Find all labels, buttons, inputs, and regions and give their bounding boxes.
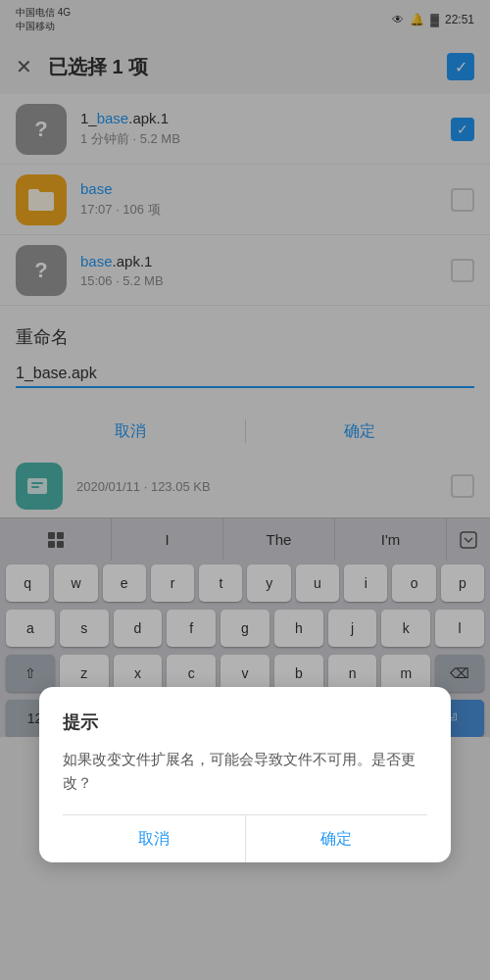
- dialog-confirm-button[interactable]: 确定: [246, 815, 428, 862]
- dialog-cancel-button[interactable]: 取消: [63, 815, 245, 862]
- dialog: 提示 如果改变文件扩展名，可能会导致文件不可用。是否更改？ 取消 确定: [39, 687, 451, 862]
- dialog-overlay: 提示 如果改变文件扩展名，可能会导致文件不可用。是否更改？ 取消 确定: [0, 0, 490, 980]
- dialog-title: 提示: [63, 710, 427, 734]
- dialog-actions: 取消 确定: [63, 814, 427, 862]
- dialog-message: 如果改变文件扩展名，可能会导致文件不可用。是否更改？: [63, 748, 427, 795]
